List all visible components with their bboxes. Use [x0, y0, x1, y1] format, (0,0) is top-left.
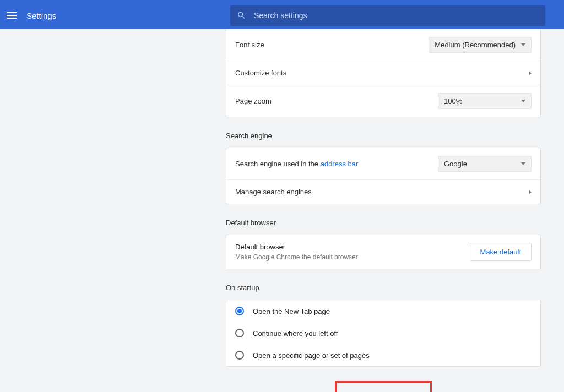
page-zoom-select[interactable]: 100%: [438, 93, 532, 109]
search-engine-prefix: Search engine used in the: [235, 160, 321, 168]
font-size-row: Font size Medium (Recommended): [226, 29, 540, 61]
search-engine-section-title: Search engine: [226, 132, 541, 140]
font-size-label: Font size: [235, 41, 429, 49]
default-browser-section-title: Default browser: [226, 219, 541, 227]
startup-option-new-tab[interactable]: Open the New Tab page: [226, 300, 540, 322]
search-bar: [230, 5, 545, 26]
search-engine-label: Search engine used in the address bar: [235, 160, 438, 168]
advanced-toggle[interactable]: Advanced: [335, 381, 432, 392]
search-engine-select[interactable]: Google: [438, 156, 532, 172]
customize-fonts-label: Customize fonts: [235, 69, 529, 77]
default-browser-row-sub: Make Google Chrome the default browser: [235, 253, 470, 261]
hamburger-menu-icon[interactable]: [7, 10, 17, 20]
app-header: Settings: [0, 2, 564, 29]
startup-option-continue[interactable]: Continue where you left off: [226, 322, 540, 344]
chevron-right-icon: [529, 190, 532, 194]
search-icon: [237, 10, 246, 20]
search-engine-value: Google: [444, 160, 467, 168]
search-engine-row: Search engine used in the address bar Go…: [226, 148, 540, 179]
customize-fonts-row[interactable]: Customize fonts: [226, 61, 540, 85]
chevron-right-icon: [529, 71, 532, 75]
make-default-button[interactable]: Make default: [470, 243, 532, 261]
startup-card: Open the New Tab page Continue where you…: [226, 300, 541, 367]
startup-section-title: On startup: [226, 284, 541, 292]
startup-option1-label: Open the New Tab page: [253, 307, 330, 315]
radio-icon: [235, 307, 244, 315]
advanced-section: Advanced: [226, 381, 541, 392]
chevron-down-icon: [521, 162, 525, 165]
default-browser-row-title: Default browser: [235, 243, 470, 251]
chevron-down-icon: [521, 100, 525, 102]
startup-option2-label: Continue where you left off: [253, 329, 338, 337]
page-zoom-value: 100%: [444, 97, 462, 105]
page-zoom-label: Page zoom: [235, 97, 438, 105]
font-size-select[interactable]: Medium (Recommended): [429, 37, 532, 53]
radio-icon: [235, 329, 244, 337]
appearance-card: Font size Medium (Recommended) Customize…: [226, 29, 541, 117]
header-title: Settings: [26, 11, 56, 20]
search-engine-card: Search engine used in the address bar Go…: [226, 148, 541, 204]
startup-option3-label: Open a specific page or set of pages: [253, 351, 370, 360]
manage-search-engines-row[interactable]: Manage search engines: [226, 179, 540, 204]
default-browser-card: Default browser Make Google Chrome the d…: [226, 235, 541, 269]
manage-search-engines-label: Manage search engines: [235, 188, 529, 196]
chevron-down-icon: [521, 43, 525, 46]
search-input[interactable]: [254, 11, 539, 20]
settings-content: Font size Medium (Recommended) Customize…: [226, 29, 541, 392]
startup-option-specific-pages[interactable]: Open a specific page or set of pages: [226, 344, 540, 366]
font-size-value: Medium (Recommended): [435, 41, 516, 49]
page-zoom-row: Page zoom 100%: [226, 85, 540, 117]
address-bar-link[interactable]: address bar: [321, 160, 359, 168]
radio-icon: [235, 351, 244, 360]
default-browser-row: Default browser Make Google Chrome the d…: [226, 235, 540, 269]
